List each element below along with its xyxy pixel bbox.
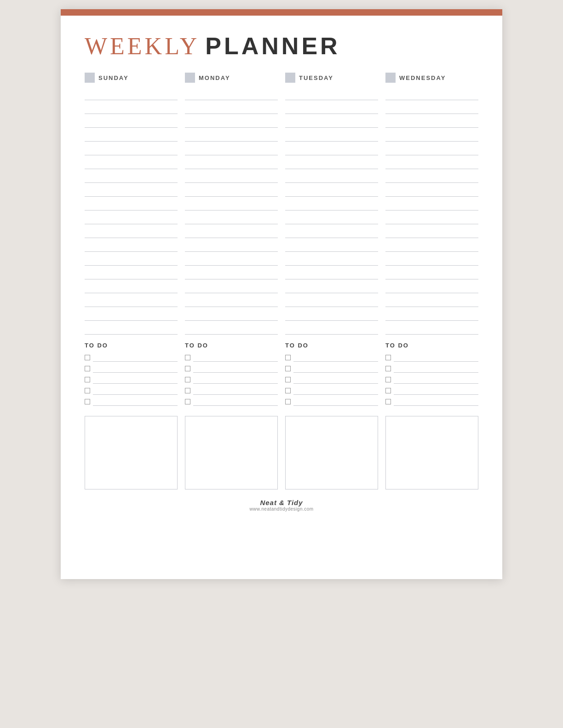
- line-item[interactable]: [85, 307, 178, 321]
- todo-line[interactable]: [293, 398, 378, 406]
- checkbox[interactable]: [185, 388, 190, 393]
- line-item[interactable]: [385, 169, 478, 183]
- line-item[interactable]: [185, 86, 278, 100]
- line-item[interactable]: [385, 266, 478, 279]
- line-item[interactable]: [185, 307, 278, 321]
- todo-line[interactable]: [293, 375, 378, 384]
- line-item[interactable]: [385, 238, 478, 252]
- line-item[interactable]: [285, 252, 378, 266]
- line-item[interactable]: [385, 142, 478, 155]
- line-item[interactable]: [185, 197, 278, 210]
- todo-line[interactable]: [93, 398, 178, 406]
- todo-line[interactable]: [394, 353, 478, 362]
- line-item[interactable]: [85, 238, 178, 252]
- notes-box-sunday[interactable]: [85, 416, 178, 489]
- line-item[interactable]: [285, 210, 378, 224]
- line-item[interactable]: [285, 169, 378, 183]
- line-item[interactable]: [285, 114, 378, 128]
- notes-box-monday[interactable]: [185, 416, 278, 489]
- todo-line[interactable]: [293, 353, 378, 362]
- checkbox[interactable]: [385, 366, 391, 371]
- todo-line[interactable]: [93, 364, 178, 373]
- line-item[interactable]: [185, 142, 278, 155]
- line-item[interactable]: [385, 293, 478, 307]
- line-item[interactable]: [385, 155, 478, 169]
- line-item[interactable]: [285, 307, 378, 321]
- notes-box-tuesday[interactable]: [285, 416, 378, 489]
- line-item[interactable]: [285, 197, 378, 210]
- checkbox[interactable]: [285, 355, 291, 360]
- todo-line[interactable]: [394, 387, 478, 395]
- checkbox[interactable]: [85, 366, 90, 371]
- todo-line[interactable]: [394, 364, 478, 373]
- line-item[interactable]: [185, 183, 278, 197]
- line-item[interactable]: [385, 210, 478, 224]
- line-item[interactable]: [185, 266, 278, 279]
- checkbox[interactable]: [185, 355, 190, 360]
- line-item[interactable]: [285, 100, 378, 114]
- line-item[interactable]: [85, 142, 178, 155]
- line-item[interactable]: [285, 86, 378, 100]
- line-item[interactable]: [185, 128, 278, 142]
- line-item[interactable]: [85, 210, 178, 224]
- line-item[interactable]: [85, 224, 178, 238]
- line-item[interactable]: [385, 183, 478, 197]
- line-item[interactable]: [285, 238, 378, 252]
- line-item[interactable]: [285, 142, 378, 155]
- line-item[interactable]: [385, 252, 478, 266]
- checkbox[interactable]: [285, 399, 291, 404]
- line-item[interactable]: [185, 210, 278, 224]
- todo-line[interactable]: [193, 398, 278, 406]
- line-item[interactable]: [385, 321, 478, 335]
- line-item[interactable]: [85, 155, 178, 169]
- line-item[interactable]: [285, 128, 378, 142]
- line-item[interactable]: [285, 155, 378, 169]
- line-item[interactable]: [85, 197, 178, 210]
- checkbox[interactable]: [385, 377, 391, 382]
- checkbox[interactable]: [385, 388, 391, 393]
- line-item[interactable]: [385, 114, 478, 128]
- todo-line[interactable]: [93, 375, 178, 384]
- line-item[interactable]: [285, 279, 378, 293]
- line-item[interactable]: [285, 266, 378, 279]
- checkbox[interactable]: [185, 377, 190, 382]
- todo-line[interactable]: [93, 387, 178, 395]
- line-item[interactable]: [385, 307, 478, 321]
- checkbox[interactable]: [285, 366, 291, 371]
- line-item[interactable]: [185, 321, 278, 335]
- notes-box-wednesday[interactable]: [385, 416, 478, 489]
- line-item[interactable]: [385, 224, 478, 238]
- line-item[interactable]: [285, 183, 378, 197]
- line-item[interactable]: [385, 197, 478, 210]
- line-item[interactable]: [385, 128, 478, 142]
- line-item[interactable]: [85, 266, 178, 279]
- checkbox[interactable]: [385, 399, 391, 404]
- line-item[interactable]: [85, 128, 178, 142]
- todo-line[interactable]: [193, 387, 278, 395]
- todo-line[interactable]: [293, 364, 378, 373]
- todo-line[interactable]: [93, 353, 178, 362]
- checkbox[interactable]: [185, 366, 190, 371]
- checkbox[interactable]: [85, 388, 90, 393]
- todo-line[interactable]: [193, 364, 278, 373]
- checkbox[interactable]: [385, 355, 391, 360]
- line-item[interactable]: [85, 252, 178, 266]
- line-item[interactable]: [185, 252, 278, 266]
- line-item[interactable]: [185, 224, 278, 238]
- line-item[interactable]: [385, 100, 478, 114]
- todo-line[interactable]: [193, 375, 278, 384]
- line-item[interactable]: [85, 114, 178, 128]
- line-item[interactable]: [285, 293, 378, 307]
- todo-line[interactable]: [293, 387, 378, 395]
- line-item[interactable]: [185, 155, 278, 169]
- checkbox[interactable]: [85, 377, 90, 382]
- line-item[interactable]: [185, 279, 278, 293]
- checkbox[interactable]: [85, 399, 90, 404]
- line-item[interactable]: [85, 100, 178, 114]
- line-item[interactable]: [85, 86, 178, 100]
- line-item[interactable]: [385, 86, 478, 100]
- line-item[interactable]: [285, 224, 378, 238]
- line-item[interactable]: [185, 100, 278, 114]
- line-item[interactable]: [185, 169, 278, 183]
- checkbox[interactable]: [285, 388, 291, 393]
